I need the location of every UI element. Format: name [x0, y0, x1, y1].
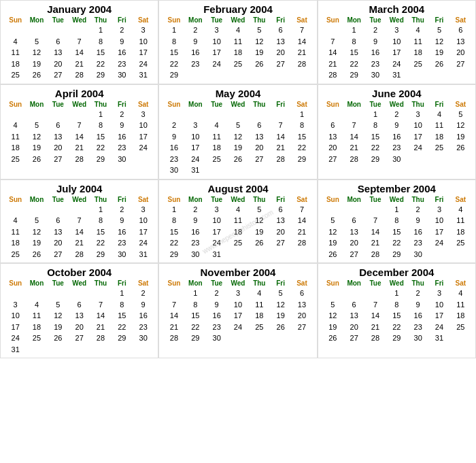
day-cell: 5: [322, 215, 343, 226]
day-cell: 29: [163, 69, 184, 81]
day-cell: [249, 332, 270, 344]
day-header-sun: Sun: [5, 279, 26, 287]
day-cell: 13: [48, 131, 69, 143]
day-cell: [48, 288, 69, 299]
day-cell: 13: [450, 36, 471, 48]
day-cell: 9: [112, 215, 133, 226]
day-cell: 29: [90, 154, 111, 165]
day-cell: 26: [26, 249, 47, 260]
day-cell: 24: [227, 322, 248, 333]
day-header-wed: Wed: [69, 196, 90, 203]
day-header-thu: Thu: [90, 16, 111, 24]
day-header-sun: Sun: [163, 279, 184, 287]
day-header-fri: Fri: [112, 279, 133, 287]
day-cell: 28: [364, 332, 386, 344]
day-cell: [48, 24, 69, 36]
day-cell: 20: [450, 47, 471, 58]
day-cell: 27: [450, 58, 471, 70]
day-cell: 14: [69, 47, 90, 58]
day-cell: 9: [407, 215, 428, 226]
day-cell: 2: [407, 288, 428, 299]
day-cell: 19: [48, 322, 69, 333]
day-cell: 5: [26, 120, 47, 131]
month-block: November 2004SunMonTueWedThuFriSat123456…: [158, 263, 317, 358]
day-cell: 1: [90, 24, 111, 36]
day-cell: 6: [48, 36, 69, 48]
day-cell: 15: [386, 226, 407, 238]
day-header-sat: Sat: [291, 101, 312, 108]
day-cell: 11: [227, 215, 248, 226]
day-cell: 26: [428, 58, 449, 70]
day-cell: 4: [5, 215, 26, 226]
day-cell: 8: [386, 299, 407, 311]
day-cell: 12: [322, 310, 343, 322]
day-cell: 21: [90, 322, 111, 333]
day-cell: 5: [450, 109, 471, 120]
month-title: May 2004: [163, 88, 312, 99]
day-cell: 27: [270, 58, 291, 70]
month-block: May 2004SunMonTueWedThuFriSat12345678910…: [158, 84, 317, 179]
day-cell: [69, 109, 90, 120]
month-block: June 2004SunMonTueWedThuFriSat1234567891…: [318, 84, 476, 179]
day-grid: SunMonTueWedThuFriSat1234567891011121314…: [322, 16, 471, 81]
day-cell: 25: [206, 154, 227, 165]
day-cell: 26: [450, 142, 471, 154]
day-cell: 22: [185, 322, 206, 333]
day-cell: 31: [386, 69, 407, 81]
day-cell: 17: [133, 131, 154, 143]
day-cell: 5: [322, 299, 343, 311]
month-title: November 2004: [163, 267, 312, 278]
day-cell: 4: [227, 24, 248, 36]
day-cell: [270, 165, 291, 176]
day-cell: 7: [69, 215, 90, 226]
day-header-wed: Wed: [386, 196, 407, 203]
day-cell: 30: [133, 332, 154, 344]
day-header-mon: Mon: [26, 101, 47, 108]
day-cell: 24: [428, 237, 449, 249]
day-cell: 14: [90, 310, 111, 322]
day-cell: 16: [386, 131, 407, 143]
day-cell: [270, 109, 291, 120]
day-cell: 12: [26, 47, 47, 58]
day-cell: 9: [133, 299, 154, 311]
day-header-wed: Wed: [386, 16, 407, 24]
day-cell: 28: [69, 69, 90, 81]
month-title: January 2004: [5, 3, 154, 15]
month-block: March 2004SunMonTueWedThuFriSat123456789…: [318, 0, 476, 84]
day-grid: SunMonTueWedThuFriSat1234567891011121314…: [5, 279, 154, 355]
day-cell: 25: [5, 249, 26, 260]
day-cell: [5, 109, 26, 120]
day-cell: 18: [206, 142, 227, 154]
day-header-sat: Sat: [133, 16, 154, 24]
day-cell: [291, 165, 312, 176]
day-cell: 12: [26, 131, 47, 143]
day-cell: 18: [450, 310, 471, 322]
day-cell: 16: [206, 310, 227, 322]
day-cell: 23: [163, 154, 184, 165]
day-header-wed: Wed: [227, 279, 248, 287]
day-cell: 14: [343, 131, 364, 143]
day-cell: [163, 109, 184, 120]
day-cell: 22: [291, 142, 312, 154]
day-header-thu: Thu: [249, 196, 270, 203]
day-cell: [90, 288, 111, 299]
day-cell: 9: [185, 36, 206, 48]
day-cell: 28: [163, 332, 184, 344]
day-header-fri: Fri: [428, 101, 449, 108]
day-cell: 3: [133, 109, 154, 120]
day-header-thu: Thu: [90, 279, 111, 287]
day-cell: 28: [343, 154, 364, 165]
day-cell: 13: [270, 36, 291, 48]
day-cell: 20: [343, 237, 364, 249]
day-cell: 31: [5, 344, 26, 356]
day-header-thu: Thu: [407, 196, 428, 203]
day-cell: 4: [450, 204, 471, 216]
day-cell: 19: [249, 47, 270, 58]
day-cell: 30: [206, 332, 227, 344]
day-cell: 3: [206, 24, 227, 36]
day-header-mon: Mon: [26, 279, 47, 287]
day-cell: 19: [227, 142, 248, 154]
day-cell: 1: [163, 204, 184, 216]
day-cell: 8: [386, 215, 407, 226]
day-cell: 4: [206, 120, 227, 131]
